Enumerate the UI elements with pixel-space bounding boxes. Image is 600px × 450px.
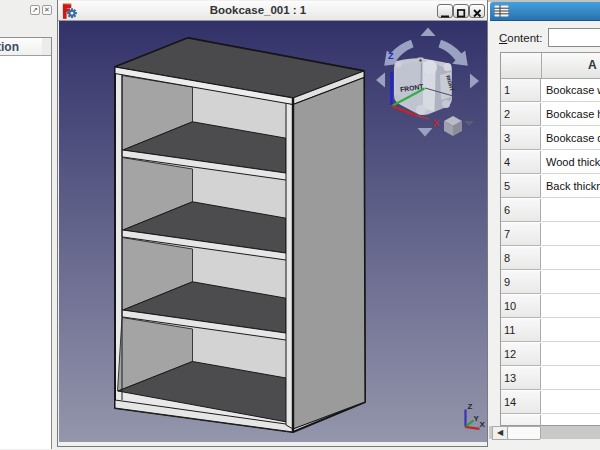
svg-text:Z: Z [388, 51, 394, 61]
svg-text:X: X [480, 420, 486, 429]
svg-text:Z: Z [468, 402, 473, 411]
svg-text:X: X [433, 118, 439, 128]
